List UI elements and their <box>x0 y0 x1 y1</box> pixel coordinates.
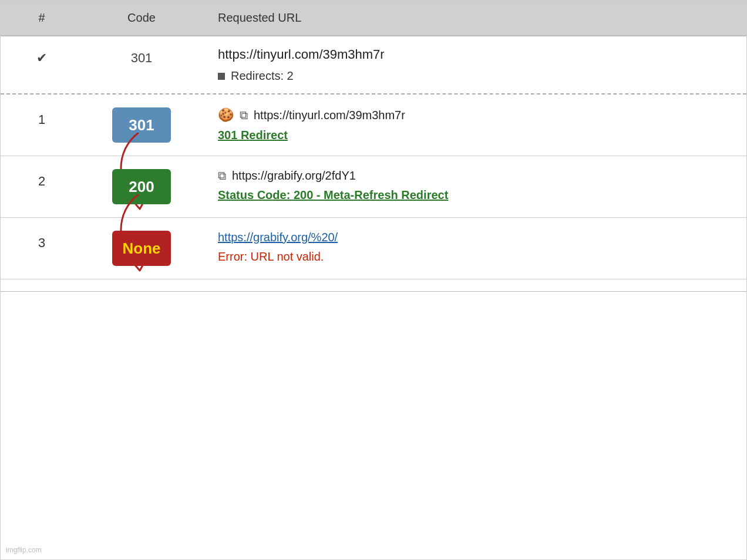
watermark: imgflip.com <box>6 546 42 554</box>
table-row: 3 None https://grabify.org/%20/ Error: U… <box>1 218 746 279</box>
copy-icon-2[interactable]: ⧉ <box>218 169 226 183</box>
row-3-url-line: https://grabify.org/%20/ <box>218 231 746 244</box>
row-2-status[interactable]: Status Code: 200 - Meta-Refresh Redirect <box>218 188 746 202</box>
summary-url-text: https://tinyurl.com/39m3hm7r <box>218 47 746 62</box>
row-3-num: 3 <box>1 231 83 251</box>
row-1-status[interactable]: 301 Redirect <box>218 129 746 142</box>
row-2-status-link[interactable]: Status Code: 200 - Meta-Refresh Redirect <box>218 188 448 201</box>
row-1-status-link[interactable]: 301 Redirect <box>218 129 288 141</box>
table-row: 2 200 ⧉ https://grabify.org/2fdY1 Status… <box>1 156 746 218</box>
summary-row: ✔ 301 https://tinyurl.com/39m3hm7r Redir… <box>1 36 746 95</box>
header-url: Requested URL <box>200 11 746 25</box>
summary-url-col: https://tinyurl.com/39m3hm7r Redirects: … <box>200 47 746 83</box>
cookie-icon: 🍪 <box>218 107 234 123</box>
header-num: # <box>1 11 83 25</box>
table-footer-line <box>1 291 746 292</box>
bullet-icon <box>218 73 225 80</box>
summary-chevron: ✔ <box>1 47 83 66</box>
row-3-url-link[interactable]: https://grabify.org/%20/ <box>218 231 338 244</box>
table-row: 1 301 🍪 ⧉ https://tinyurl.com/39m3hm7r 3… <box>1 95 746 156</box>
row-3-url-col: https://grabify.org/%20/ Error: URL not … <box>200 231 746 264</box>
row-1-url-col: 🍪 ⧉ https://tinyurl.com/39m3hm7r 301 Red… <box>200 107 746 142</box>
row-2-num: 2 <box>1 169 83 189</box>
row-3-badge: None <box>112 231 171 266</box>
table-header: # Code Requested URL <box>1 1 746 36</box>
summary-redirects-label: Redirects: 2 <box>231 69 294 83</box>
row-2-url-col: ⧉ https://grabify.org/2fdY1 Status Code:… <box>200 169 746 202</box>
row-1-num: 1 <box>1 107 83 127</box>
row-2-url-line: ⧉ https://grabify.org/2fdY1 <box>218 169 746 183</box>
row-3-code-col: None <box>83 231 200 266</box>
copy-icon-1[interactable]: ⧉ <box>240 109 248 122</box>
redirect-table: # Code Requested URL ✔ 301 https://tinyu… <box>0 0 747 560</box>
row-3-error-label: Error: URL not valid. <box>218 250 324 263</box>
summary-code: 301 <box>83 47 200 66</box>
summary-redirects-info: Redirects: 2 <box>218 69 746 83</box>
row-1-url-line: 🍪 ⧉ https://tinyurl.com/39m3hm7r <box>218 107 746 123</box>
header-code: Code <box>83 11 200 25</box>
row-2-url-text: https://grabify.org/2fdY1 <box>232 169 356 183</box>
row-3-error: Error: URL not valid. <box>218 250 746 264</box>
row-1-url-text: https://tinyurl.com/39m3hm7r <box>254 109 405 122</box>
chevron-icon: ✔ <box>36 50 47 65</box>
